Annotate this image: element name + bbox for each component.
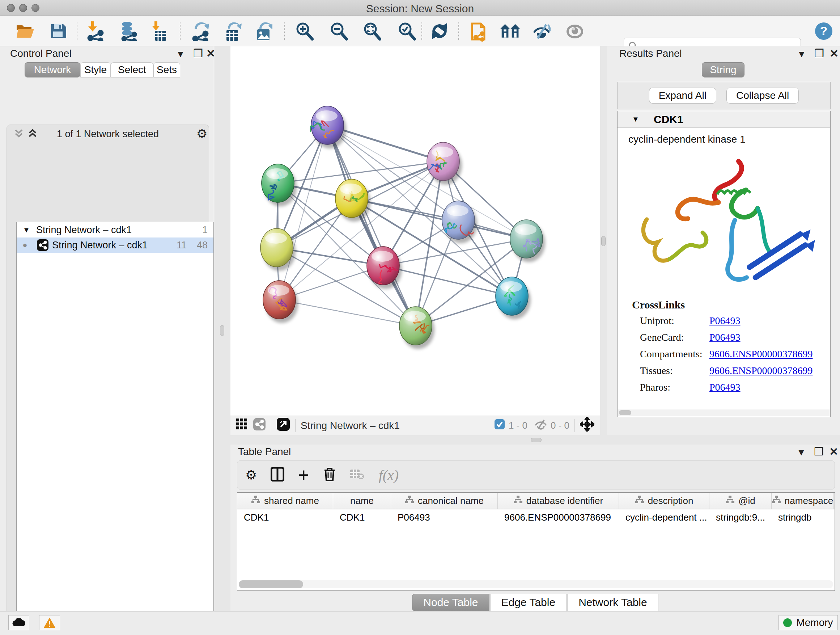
network-canvas[interactable]: CCNB2CCNA1CDC25BCDK1CDC6RB1CCNB1CCNA2CDK… bbox=[231, 46, 600, 416]
network-node-ccna2[interactable] bbox=[367, 247, 402, 289]
memory-button[interactable]: Memory bbox=[778, 615, 838, 630]
network-node-ccnb1[interactable] bbox=[261, 228, 295, 271]
network-node-rb1[interactable] bbox=[510, 220, 545, 262]
network-edge[interactable] bbox=[279, 125, 327, 300]
string-document-icon[interactable] bbox=[470, 21, 490, 41]
table-panel-float-icon[interactable]: ❐ bbox=[814, 445, 824, 458]
export-table-icon[interactable] bbox=[223, 21, 243, 41]
cloud-status-button[interactable] bbox=[8, 615, 29, 630]
network-node-hist1h1a[interactable] bbox=[263, 280, 298, 323]
control-panel-collapse-icon[interactable]: ▼ bbox=[176, 49, 185, 60]
network-edge[interactable] bbox=[327, 125, 416, 326]
table-panel-collapse-icon[interactable]: ▼ bbox=[797, 447, 806, 458]
tab-sets[interactable]: Sets bbox=[153, 62, 180, 78]
network-node-cdc25b[interactable] bbox=[262, 164, 297, 206]
network-node-cdk1[interactable] bbox=[335, 179, 370, 222]
show-columns-icon[interactable] bbox=[271, 467, 284, 483]
network-edge[interactable] bbox=[279, 300, 416, 326]
column-header[interactable]: description bbox=[619, 493, 709, 509]
table-panel-close-icon[interactable]: ✕ bbox=[829, 445, 838, 458]
column-header[interactable]: shared name bbox=[237, 493, 333, 509]
houses-icon[interactable] bbox=[500, 21, 521, 41]
bottom-splitter[interactable] bbox=[231, 435, 840, 445]
right-splitter-handle[interactable] bbox=[601, 236, 606, 246]
column-header[interactable]: name bbox=[333, 493, 391, 509]
network-options-gear-icon[interactable]: ⚙ bbox=[196, 126, 207, 141]
import-table-file-icon[interactable] bbox=[148, 21, 169, 41]
results-hscrollbar-thumb[interactable] bbox=[619, 410, 631, 415]
delete-table-icon[interactable] bbox=[350, 469, 364, 481]
protein-header-row[interactable]: ▼ CDK1 bbox=[617, 111, 830, 128]
tab-style[interactable]: Style bbox=[80, 62, 111, 78]
refresh-icon[interactable] bbox=[429, 21, 450, 41]
crosslink-link[interactable]: P06493 bbox=[709, 332, 741, 343]
results-hscrollbar[interactable] bbox=[618, 409, 829, 416]
column-header[interactable]: namespace bbox=[772, 493, 834, 509]
network-node-ccnb2[interactable] bbox=[310, 106, 346, 149]
birdseye-grid-icon[interactable] bbox=[236, 418, 248, 432]
crosslink-link[interactable]: P06493 bbox=[709, 382, 741, 393]
bottom-splitter-handle[interactable] bbox=[531, 438, 542, 442]
network-edge[interactable] bbox=[383, 266, 512, 296]
right-splitter[interactable] bbox=[600, 46, 607, 435]
hide-unselected-eye-icon[interactable] bbox=[531, 21, 552, 41]
network-node-ccna1[interactable] bbox=[427, 142, 462, 185]
collapse-all-button[interactable]: Collapse All bbox=[726, 88, 799, 103]
column-header[interactable]: @id bbox=[709, 493, 772, 509]
network-edge[interactable] bbox=[352, 198, 526, 239]
network-graph[interactable]: CCNB2CCNA1CDC25BCDK1CDC6RB1CCNB1CCNA2CDK… bbox=[231, 46, 600, 416]
left-splitter-handle[interactable] bbox=[220, 325, 224, 336]
tab-network[interactable]: Network bbox=[25, 62, 80, 78]
crosslink-link[interactable]: 9606.ENSP00000378699 bbox=[709, 365, 813, 377]
warning-status-button[interactable] bbox=[39, 615, 60, 630]
column-header[interactable]: canonical name bbox=[391, 493, 498, 509]
crosslink-link[interactable]: 9606.ENSP00000378699 bbox=[709, 348, 813, 360]
table-hscrollbar-thumb[interactable] bbox=[239, 580, 303, 588]
delete-column-icon[interactable] bbox=[323, 467, 336, 483]
detach-view-icon[interactable] bbox=[276, 417, 290, 434]
tree-expander-icon[interactable]: ▼ bbox=[17, 226, 36, 234]
pan-crosshair-icon[interactable] bbox=[580, 417, 594, 434]
save-session-icon[interactable] bbox=[48, 21, 68, 41]
results-panel-float-icon[interactable]: ❐ bbox=[814, 47, 824, 60]
results-panel-collapse-icon[interactable]: ▼ bbox=[797, 49, 806, 60]
import-network-file-icon[interactable] bbox=[85, 21, 105, 41]
table-hscrollbar[interactable] bbox=[239, 580, 833, 588]
zoom-out-icon[interactable] bbox=[328, 21, 349, 41]
import-network-database-icon[interactable] bbox=[118, 21, 139, 41]
network-share-icon bbox=[33, 239, 52, 251]
selected-checkbox-icon[interactable] bbox=[494, 419, 505, 432]
open-session-icon[interactable] bbox=[15, 21, 35, 41]
hidden-eye-icon[interactable] bbox=[534, 419, 548, 432]
network-node-ccne1[interactable] bbox=[399, 307, 434, 349]
network-overview-share-icon[interactable] bbox=[253, 418, 266, 433]
tab-edge-table[interactable]: Edge Table bbox=[490, 594, 567, 611]
left-splitter[interactable] bbox=[214, 46, 231, 611]
network-collection-row[interactable]: ▼ String Network – cdk1 1 bbox=[17, 222, 213, 238]
add-column-icon[interactable]: + bbox=[298, 468, 309, 482]
tab-select[interactable]: Select bbox=[111, 62, 153, 78]
expand-all-button[interactable]: Expand All bbox=[649, 88, 716, 103]
export-image-icon[interactable] bbox=[253, 21, 273, 41]
protein-expander-icon[interactable]: ▼ bbox=[617, 115, 654, 124]
table-options-gear-icon[interactable]: ⚙ bbox=[245, 467, 257, 483]
function-builder-icon[interactable]: f(x) bbox=[379, 467, 399, 484]
control-panel-float-icon[interactable]: ❐ bbox=[193, 47, 203, 60]
network-node-cdkn1a[interactable] bbox=[496, 277, 531, 319]
column-header[interactable]: database identifier bbox=[498, 493, 619, 509]
table-body: CDK1CDK1P064939606.ENSP00000378699cyclin… bbox=[237, 509, 835, 525]
zoom-in-icon[interactable] bbox=[294, 21, 314, 41]
zoom-selected-icon[interactable] bbox=[396, 21, 417, 41]
export-network-icon[interactable] bbox=[191, 21, 211, 41]
show-all-eye-icon[interactable] bbox=[565, 21, 585, 41]
network-row[interactable]: ● String Network – cdk1 11 48 bbox=[17, 238, 213, 253]
crosslink-link[interactable]: P06493 bbox=[709, 315, 741, 326]
tab-string[interactable]: String bbox=[702, 62, 745, 78]
tab-network-table[interactable]: Network Table bbox=[567, 594, 658, 611]
help-icon[interactable]: ? bbox=[813, 21, 834, 41]
zoom-fit-icon[interactable] bbox=[362, 21, 382, 41]
table-row[interactable]: CDK1CDK1P064939606.ENSP00000378699cyclin… bbox=[237, 509, 835, 525]
column-type-icon bbox=[772, 495, 781, 507]
results-panel-close-icon[interactable]: ✕ bbox=[829, 47, 838, 60]
tab-node-table[interactable]: Node Table bbox=[412, 594, 489, 611]
